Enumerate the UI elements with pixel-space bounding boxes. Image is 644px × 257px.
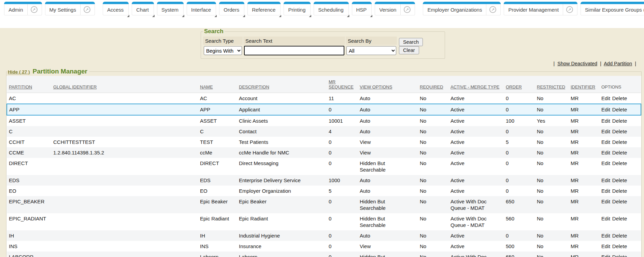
column-header-identifier[interactable]: IDENTIFIER: [571, 84, 595, 90]
tab-scheduling[interactable]: Scheduling ↗: [314, 4, 348, 15]
cell-description: Contact: [239, 128, 257, 134]
tab-label: Orders: [224, 7, 240, 13]
search-text-input[interactable]: [244, 46, 344, 55]
cell-active_merge_type: Active: [450, 188, 464, 194]
edit-link[interactable]: Edit: [601, 150, 610, 155]
search-button[interactable]: Search: [399, 38, 423, 46]
edit-link[interactable]: Edit: [601, 254, 610, 257]
delete-link[interactable]: Delete: [612, 139, 627, 145]
cell-description: Direct Messaging: [239, 160, 278, 166]
edit-link[interactable]: Edit: [601, 139, 610, 145]
tab-label: Chart: [136, 7, 149, 13]
table-row-direct[interactable]: DIRECTDIRECTDirect Messaging0Hidden But …: [7, 158, 641, 175]
cell-identifier: MR: [571, 139, 578, 145]
cell-view_options: Auto: [360, 232, 370, 239]
cell-restricted: No: [537, 188, 543, 194]
table-row-eds[interactable]: EDSEDSEnterprise Delivery Service1000Aut…: [7, 175, 641, 186]
search-type-select[interactable]: Begins With: [204, 46, 242, 55]
tab-printing[interactable]: Printing ↗: [284, 4, 311, 15]
column-header-active-merge-type[interactable]: ACTIVE - MERGE TYPE: [450, 84, 500, 90]
table-row-ih[interactable]: IHIHIndustrial Hygiene0AutoNoActive0NoMR…: [7, 230, 641, 241]
edit-link[interactable]: Edit: [601, 107, 610, 112]
column-header-partition[interactable]: PARTITION: [9, 84, 32, 90]
cell-name: ccMe: [200, 150, 212, 155]
tab-reference[interactable]: Reference ↗: [247, 4, 281, 15]
table-row-asset[interactable]: ASSETASSETClinic Assets10001AutoNoActive…: [7, 115, 641, 126]
hide-count-link[interactable]: Hide ( 27 ): [8, 69, 30, 75]
cell-partition: C: [9, 128, 13, 134]
cell-active_merge_type: Active: [450, 177, 464, 184]
edit-link[interactable]: Edit: [601, 199, 610, 204]
edit-link[interactable]: Edit: [601, 233, 610, 239]
column-header-description[interactable]: DESCRIPTION: [239, 84, 269, 90]
delete-link[interactable]: Delete: [612, 150, 627, 155]
delete-link[interactable]: Delete: [612, 118, 627, 124]
column-header-required[interactable]: REQUIRED: [420, 84, 443, 90]
delete-link[interactable]: Delete: [612, 188, 627, 194]
table-row-c[interactable]: CCContact4AutoNoActive0NoMREditDelete: [7, 126, 641, 137]
column-header-mr-sequence[interactable]: MR SEQUENCE: [329, 79, 354, 90]
table-row-cchit[interactable]: CCHITCCHITTESTTESTTESTTest Patients0View…: [7, 137, 641, 147]
table-row-epic-radiant[interactable]: EPIC_RADIANTEpic RadiantEpic Radiant0Hid…: [7, 213, 641, 230]
edit-link[interactable]: Edit: [601, 160, 610, 166]
delete-link[interactable]: Delete: [612, 216, 627, 221]
delete-link[interactable]: Delete: [612, 107, 627, 112]
table-row-ac[interactable]: ACACAccount11AutoNoActive0NoMREditDelete: [7, 93, 641, 104]
tab-hsp[interactable]: HSP ↗: [352, 4, 372, 15]
tab-my-settings[interactable]: My Settings ↗: [45, 4, 95, 15]
tab-similar-exposure-groups-segs[interactable]: Similar Exposure Groups (SEGs) ↗: [581, 4, 644, 15]
delete-link[interactable]: Delete: [612, 128, 627, 134]
cell-view_options: Hidden But Searchable: [360, 254, 400, 257]
column-header-view-options[interactable]: VIEW OPTIONS: [360, 84, 392, 90]
cell-partition: INS: [9, 243, 17, 249]
search-legend: Search: [203, 28, 225, 35]
cell-active_merge_type: Active: [450, 106, 464, 113]
tab-interface[interactable]: Interface ↗: [187, 4, 216, 15]
cell-required: No: [420, 254, 426, 257]
table-row-ccme[interactable]: CCME1.2.840.114398.1.35.2ccMeccMe Handle…: [7, 147, 641, 158]
tab-chart[interactable]: Chart ↗: [132, 4, 154, 15]
tab-access[interactable]: Access ↗: [103, 4, 129, 15]
edit-link[interactable]: Edit: [601, 118, 610, 124]
cell-identifier: MR: [571, 243, 578, 249]
cell-required: No: [420, 177, 426, 183]
cell-description: ccMe Handle for NMC: [239, 150, 289, 155]
edit-link[interactable]: Edit: [601, 188, 610, 194]
tab-admin[interactable]: Admin ↗: [4, 4, 42, 15]
add-partition-link[interactable]: Add Partition: [604, 61, 632, 66]
edit-link[interactable]: Edit: [601, 216, 610, 221]
delete-link[interactable]: Delete: [612, 160, 627, 166]
delete-link[interactable]: Delete: [612, 177, 627, 183]
show-deactivated-link[interactable]: Show Deactivated: [557, 61, 597, 66]
edit-link[interactable]: Edit: [601, 243, 610, 249]
tab-employer-organizations[interactable]: Employer Organizations ↗: [423, 4, 501, 15]
search-by-select[interactable]: All: [346, 46, 396, 55]
table-row-app[interactable]: APPAPPApplicant0AutoNoActive0NoMREditDel…: [7, 104, 641, 115]
column-header-name[interactable]: NAME: [200, 84, 213, 90]
cell-mr_sequence: 0: [329, 139, 331, 145]
table-row-labcorp[interactable]: LABCORPLabcorpLabcorp0Hidden But Searcha…: [7, 252, 641, 257]
table-row-epic-beaker[interactable]: EPIC_BEAKEREpic BeakerEpic Beaker0Hidden…: [7, 196, 641, 213]
column-header-global-identifier[interactable]: GLOBAL IDENTIFIER: [53, 84, 97, 90]
tab-provider-management[interactable]: Provider Management ↗: [504, 4, 577, 15]
table-row-eo[interactable]: EOEOEmployer Organization5AutoNoActive0N…: [7, 186, 641, 196]
tab-version[interactable]: Version ↗: [375, 4, 415, 15]
delete-link[interactable]: Delete: [612, 95, 627, 101]
cell-active_merge_type: Active: [450, 149, 464, 156]
column-header-order[interactable]: ORDER: [506, 84, 522, 90]
delete-link[interactable]: Delete: [612, 254, 627, 257]
submenu-corner-icon: [214, 15, 217, 17]
edit-link[interactable]: Edit: [601, 177, 610, 183]
delete-link[interactable]: Delete: [612, 233, 627, 239]
cell-order: 0: [506, 160, 509, 166]
edit-link[interactable]: Edit: [601, 95, 610, 101]
delete-link[interactable]: Delete: [612, 199, 627, 204]
column-header-restricted[interactable]: RESTRICTED: [537, 84, 565, 90]
tab-orders[interactable]: Orders ↗: [219, 4, 244, 15]
cell-name: ASSET: [200, 118, 217, 124]
clear-button[interactable]: Clear: [399, 46, 419, 54]
tab-system[interactable]: System ↗: [157, 4, 184, 15]
table-row-ins[interactable]: INSINSInsurance0ViewNoActive500NoMREditD…: [7, 241, 641, 252]
delete-link[interactable]: Delete: [612, 243, 627, 249]
edit-link[interactable]: Edit: [601, 128, 610, 134]
